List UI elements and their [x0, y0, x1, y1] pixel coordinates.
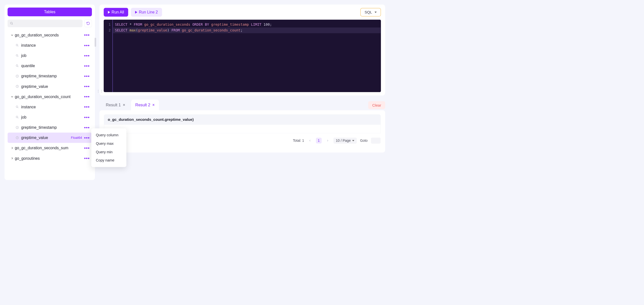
play-icon: [135, 11, 137, 14]
language-select[interactable]: SQL: [360, 8, 381, 16]
close-icon[interactable]: ✕: [123, 103, 126, 107]
code-line[interactable]: SELECT * FROM go_gc_duration_seconds ORD…: [115, 22, 381, 27]
column-row[interactable]: quantile•••: [8, 61, 92, 71]
editor-toolbar: Run All Run Line 2 SQL: [104, 8, 381, 16]
tag-icon: [15, 44, 20, 47]
table-label: go_goroutines: [15, 156, 40, 161]
context-menu: Query columnQuery maxQuery minCopy name: [91, 128, 126, 167]
column-label: quantile: [21, 63, 35, 68]
result-tab[interactable]: Result 1✕: [102, 100, 130, 110]
run-all-label: Run All: [112, 10, 124, 15]
chevron-right-icon[interactable]: [10, 156, 14, 160]
table-label: go_gc_duration_seconds_count: [15, 94, 70, 99]
more-button[interactable]: •••: [83, 53, 91, 58]
tag-icon: [15, 105, 20, 109]
run-all-button[interactable]: Run All: [104, 8, 128, 16]
search-input[interactable]: [13, 20, 80, 27]
prev-page-button[interactable]: [308, 138, 313, 143]
scrollbar-thumb[interactable]: [95, 38, 96, 47]
tables-button[interactable]: Tables: [8, 7, 92, 16]
line-number: 1: [104, 22, 111, 27]
pagination: Total: 1 1 10 / Page Goto: [104, 138, 380, 144]
per-page-label: 10 / Page: [336, 139, 351, 143]
chevron-down-icon[interactable]: [10, 33, 14, 37]
result-tab[interactable]: Result 2✕: [131, 100, 159, 110]
table-label: go_gc_duration_seconds_sum: [15, 146, 68, 151]
svg-line-3: [18, 46, 18, 46]
sidebar: Tables go_gc_duration_seconds•••instance…: [4, 4, 95, 180]
chevron-down-icon[interactable]: [10, 95, 14, 99]
table-label: go_gc_duration_seconds: [15, 33, 59, 37]
column-row[interactable]: greptime_timestamp•••: [8, 71, 92, 81]
more-button[interactable]: •••: [83, 63, 91, 69]
clear-button[interactable]: Clear: [368, 101, 385, 109]
table-row[interactable]: go_goroutines•••: [8, 153, 92, 163]
context-menu-item[interactable]: Query column: [91, 131, 126, 139]
clock-icon: [15, 85, 20, 88]
column-row[interactable]: greptime_timestamp•••: [8, 122, 92, 133]
next-page-button[interactable]: [325, 138, 330, 143]
context-menu-item[interactable]: Query max: [91, 139, 126, 148]
search-box[interactable]: [8, 20, 82, 27]
editor-card: Run All Run Line 2 SQL 12 SELECT * FROM …: [100, 4, 385, 95]
column-type-badge: Float64: [71, 136, 82, 140]
goto-input[interactable]: [371, 138, 381, 144]
close-icon[interactable]: ✕: [152, 103, 155, 107]
more-button[interactable]: •••: [83, 94, 91, 99]
table-row[interactable]: go_gc_duration_seconds•••: [8, 30, 92, 40]
pane-drag-handle[interactable]: ⋮⋮: [97, 89, 103, 93]
main: Run All Run Line 2 SQL 12 SELECT * FROM …: [100, 4, 385, 180]
page-number[interactable]: 1: [316, 138, 322, 144]
svg-line-5: [18, 56, 18, 57]
play-icon: [108, 11, 110, 14]
chevron-right-icon: [326, 140, 329, 142]
results-panel: Result 1✕Result 2✕ Clear o_gc_duration_s…: [100, 100, 385, 152]
column-label: greptime_value: [21, 135, 48, 140]
result-tab-label: Result 1: [106, 103, 121, 107]
code-editor[interactable]: 12 SELECT * FROM go_gc_duration_seconds …: [104, 20, 381, 92]
per-page-select[interactable]: 10 / Page: [334, 138, 357, 144]
column-row[interactable]: job•••: [8, 112, 92, 122]
tag-icon: [15, 64, 20, 67]
table-row[interactable]: go_gc_duration_seconds_sum•••: [8, 143, 92, 153]
chevron-down-icon: [352, 140, 354, 141]
chevron-right-icon[interactable]: [10, 146, 14, 150]
run-line-label: Run Line 2: [139, 10, 158, 15]
column-row[interactable]: greptime_valueFloat64•••: [8, 133, 92, 143]
line-number: 2: [104, 27, 111, 33]
total-label: Total: 1: [293, 139, 304, 143]
column-row[interactable]: instance•••: [8, 102, 92, 112]
more-button[interactable]: •••: [83, 146, 91, 151]
column-row[interactable]: greptime_value•••: [8, 81, 92, 92]
svg-line-7: [18, 66, 18, 67]
more-button[interactable]: •••: [83, 156, 91, 161]
tables-tree: go_gc_duration_seconds•••instance•••job•…: [8, 30, 92, 177]
chevron-left-icon: [309, 140, 311, 142]
svg-line-13: [18, 118, 18, 118]
table-row[interactable]: go_gc_duration_seconds_count•••: [8, 92, 92, 102]
more-button[interactable]: •••: [83, 74, 91, 79]
column-label: job: [21, 115, 26, 120]
code-line[interactable]: SELECT max(greptime_value) FROM go_gc_du…: [113, 27, 381, 33]
column-label: greptime_value: [21, 84, 48, 89]
more-button[interactable]: •••: [83, 43, 91, 48]
more-button[interactable]: •••: [83, 32, 91, 38]
clock-icon: [15, 126, 20, 129]
language-label: SQL: [364, 10, 372, 14]
result-tab-label: Result 2: [136, 103, 150, 107]
column-row[interactable]: job•••: [8, 50, 92, 61]
run-line-button[interactable]: Run Line 2: [131, 8, 162, 16]
more-button[interactable]: •••: [83, 115, 91, 120]
context-menu-item[interactable]: Query min: [91, 148, 126, 156]
context-menu-item[interactable]: Copy name: [91, 156, 126, 165]
more-button[interactable]: •••: [83, 125, 91, 130]
refresh-button[interactable]: [84, 20, 92, 27]
result-data-row: [104, 125, 380, 133]
more-button[interactable]: •••: [83, 104, 91, 110]
svg-line-1: [12, 24, 13, 24]
column-row[interactable]: instance•••: [8, 40, 92, 50]
column-label: instance: [21, 43, 36, 48]
editor-gutter: 12: [104, 20, 112, 92]
more-button[interactable]: •••: [83, 135, 91, 141]
more-button[interactable]: •••: [83, 84, 91, 89]
